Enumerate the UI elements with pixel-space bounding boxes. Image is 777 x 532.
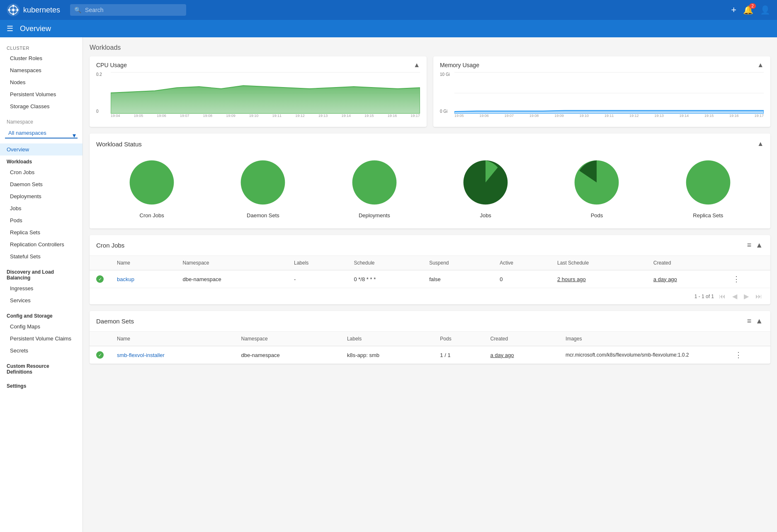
row-labels: -	[287, 270, 347, 288]
sidebar-item-stateful-sets[interactable]: Stateful Sets	[0, 250, 83, 262]
smb-flexvol-link[interactable]: smb-flexvol-installer	[117, 352, 165, 358]
row-status-icon: ✓	[90, 270, 110, 288]
sidebar-item-jobs[interactable]: Jobs	[0, 202, 83, 214]
add-button[interactable]: +	[731, 5, 736, 15]
table-row: ✓ backup dbe-namespace - 0 */8 * * * fal…	[90, 270, 770, 288]
sidebar-item-storage-classes[interactable]: Storage Classes	[0, 100, 83, 112]
overview-header: ☰ Overview	[0, 20, 777, 37]
col-created: Created	[647, 256, 726, 270]
svg-point-18	[686, 160, 730, 205]
svg-point-14	[241, 160, 285, 205]
sidebar-item-cluster-roles[interactable]: Cluster Roles	[0, 52, 83, 64]
ds-created-link[interactable]: a day ago	[490, 352, 514, 358]
col-labels: Labels	[287, 256, 347, 270]
created-link[interactable]: a day ago	[653, 276, 677, 282]
namespace-select[interactable]: All namespaces default dbe-namespace kub…	[5, 128, 78, 138]
workload-status-title: Workload Status	[96, 141, 142, 148]
ds-col-name: Name	[110, 332, 235, 346]
pods-pie	[572, 158, 622, 207]
table-row: ✓ smb-flexvol-installer dbe-namespace k8…	[90, 346, 770, 364]
sidebar-item-deployments[interactable]: Deployments	[0, 190, 83, 202]
daemon-sets-table-actions: ≡ ▲	[747, 316, 764, 326]
workload-status-collapse-button[interactable]: ▲	[757, 140, 764, 148]
cron-jobs-table-actions: ≡ ▲	[747, 240, 764, 250]
jobs-label: Jobs	[480, 212, 491, 219]
search-input[interactable]	[70, 4, 186, 16]
ds-col-pods: Pods	[433, 332, 483, 346]
cron-jobs-table: Name Namespace Labels Schedule Suspend A…	[90, 256, 770, 288]
backup-link[interactable]: backup	[117, 276, 134, 282]
cpu-chart-card: CPU Usage ▲ 0.2 CPU (cores) 0	[90, 56, 427, 127]
sidebar: Cluster Cluster Roles Namespaces Nodes P…	[0, 37, 83, 532]
ds-row-status: ✓	[90, 346, 110, 364]
sidebar-item-cron-jobs[interactable]: Cron Jobs	[0, 166, 83, 178]
ds-status-ok-icon: ✓	[96, 351, 104, 359]
memory-y-top: 10 Gi	[440, 72, 452, 77]
daemon-sets-table-title: Daemon Sets	[96, 318, 134, 325]
config-storage-section-label: Config and Storage	[0, 310, 83, 321]
profile-button[interactable]: 👤	[760, 5, 770, 15]
notification-badge-count: 2	[749, 3, 756, 9]
sidebar-item-nodes[interactable]: Nodes	[0, 76, 83, 88]
sidebar-item-overview[interactable]: Overview	[0, 143, 83, 155]
last-schedule-link[interactable]: 2 hours ago	[557, 276, 586, 282]
cluster-section-label: Cluster	[0, 41, 83, 52]
last-page-button[interactable]: ⏭	[754, 292, 764, 301]
cpu-y-axis: 0.2 CPU (cores) 0	[96, 72, 109, 114]
ds-col-labels: Labels	[340, 332, 433, 346]
daemon-sets-table-card: Daemon Sets ≡ ▲ Name Namespace Labels Po…	[90, 311, 770, 364]
daemon-sets-collapse-button[interactable]: ▲	[755, 316, 764, 326]
sidebar-item-pvc[interactable]: Persistent Volume Claims	[0, 333, 83, 345]
memory-x-labels: 19:05 19:06 19:07 19:08 19:09 19:10 19:1…	[454, 114, 764, 122]
cpu-x-labels: 19:04 19:05 19:06 19:07 19:08 19:09 19:1…	[111, 114, 420, 122]
hamburger-icon[interactable]: ☰	[7, 24, 13, 33]
daemon-sets-table-header: Daemon Sets ≡ ▲	[90, 311, 770, 332]
row-schedule: 0 */8 * * *	[347, 270, 422, 288]
row-last-schedule: 2 hours ago	[551, 270, 647, 288]
sidebar-item-daemon-sets[interactable]: Daemon Sets	[0, 178, 83, 190]
replica-sets-pie	[683, 158, 733, 207]
row-suspend: false	[422, 270, 493, 288]
cron-jobs-collapse-button[interactable]: ▲	[755, 240, 764, 250]
svg-point-13	[130, 160, 174, 205]
sidebar-item-namespaces[interactable]: Namespaces	[0, 64, 83, 76]
main-content: Workloads CPU Usage ▲ 0.2 CPU (cores) 0	[83, 37, 777, 532]
status-daemon-sets: Daemon Sets	[238, 158, 288, 219]
sidebar-item-replica-sets[interactable]: Replica Sets	[0, 226, 83, 238]
sidebar-item-persistent-volumes[interactable]: Persistent Volumes	[0, 88, 83, 100]
col-actions	[726, 256, 770, 270]
ds-row-menu-button[interactable]: ⋮	[735, 350, 742, 360]
status-cron-jobs: Cron Jobs	[127, 158, 177, 219]
sidebar-item-secrets[interactable]: Secrets	[0, 345, 83, 357]
sidebar-item-services[interactable]: Services	[0, 294, 83, 306]
crd-section-label: Custom Resource Definitions	[0, 360, 83, 377]
cpu-y-bottom: 0	[96, 109, 109, 114]
sidebar-item-replication-controllers[interactable]: Replication Controllers	[0, 238, 83, 250]
pods-label: Pods	[591, 212, 603, 219]
row-menu-button[interactable]: ⋮	[733, 275, 740, 284]
sidebar-item-ingresses[interactable]: Ingresses	[0, 282, 83, 294]
workload-status-header: Workload Status ▲	[96, 140, 764, 148]
memory-y-axis: 10 Gi 0 Gi	[440, 72, 452, 114]
memory-chart-collapse-button[interactable]: ▲	[757, 61, 764, 69]
cpu-chart-svg	[111, 72, 420, 114]
workloads-section-title: Workloads	[90, 44, 770, 51]
notification-button[interactable]: 🔔 2	[743, 5, 753, 15]
cpu-chart-content: 19:04 19:05 19:06 19:07 19:08 19:09 19:1…	[111, 72, 420, 122]
sidebar-item-config-maps[interactable]: Config Maps	[0, 321, 83, 333]
cpu-chart-collapse-button[interactable]: ▲	[413, 61, 420, 69]
next-page-button[interactable]: ▶	[742, 292, 750, 301]
filter-icon: ≡	[747, 241, 752, 250]
sidebar-item-pods[interactable]: Pods	[0, 214, 83, 226]
workload-status-card: Workload Status ▲ Cron Jobs Daemon Sets	[90, 134, 770, 228]
cron-jobs-pagination: 1 - 1 of 1 ⏮ ◀ ▶ ⏭	[90, 288, 770, 304]
overview-title: Overview	[20, 24, 51, 33]
prev-page-button[interactable]: ◀	[731, 292, 739, 301]
deployments-label: Deployments	[359, 212, 390, 219]
first-page-button[interactable]: ⏮	[717, 292, 727, 301]
memory-chart-title: Memory Usage	[440, 62, 479, 68]
memory-chart-area: 10 Gi 0 Gi	[440, 72, 764, 122]
ds-row-name: smb-flexvol-installer	[110, 346, 235, 364]
settings-label: Settings	[0, 380, 83, 391]
ds-row-namespace: dbe-namespace	[235, 346, 340, 364]
